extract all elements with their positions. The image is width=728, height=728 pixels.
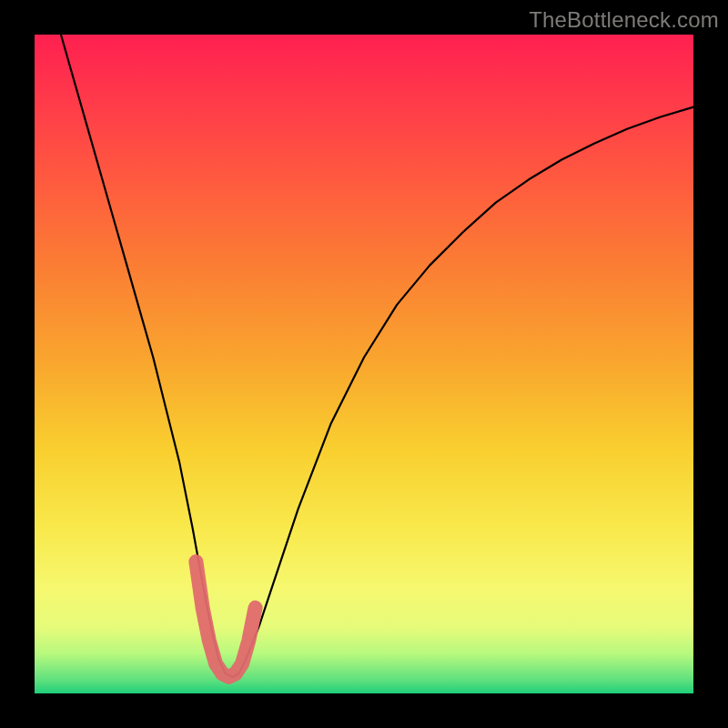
- watermark-text: TheBottleneck.com: [529, 7, 719, 33]
- highlight-segment: [196, 561, 255, 677]
- bottleneck-curve: [61, 35, 693, 677]
- chart-svg: [35, 35, 693, 693]
- plot-area: [35, 35, 693, 693]
- outer-frame: TheBottleneck.com: [0, 0, 728, 728]
